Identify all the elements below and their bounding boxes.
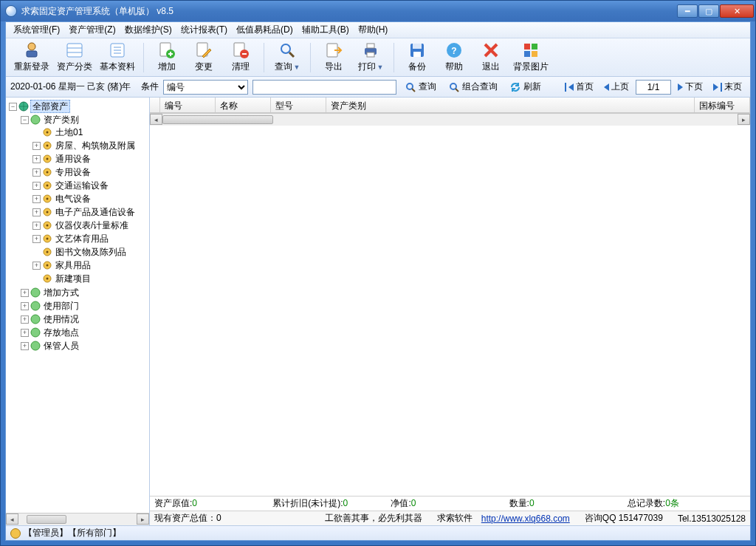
grid-scrollbar[interactable]: ◂ ▸: [150, 113, 750, 126]
first-page-button[interactable]: 首页: [561, 78, 597, 95]
expander-icon[interactable]: +: [21, 289, 29, 297]
tree-node[interactable]: 土地01: [54, 126, 84, 138]
menu-tools[interactable]: 辅助工具(B): [298, 22, 354, 38]
tree-node[interactable]: 家具用品: [54, 259, 92, 271]
menu-system[interactable]: 系统管理(F): [9, 22, 64, 38]
tree-node[interactable]: 存放地点: [42, 327, 80, 338]
scroll-left-icon[interactable]: ◂: [150, 114, 162, 125]
sum-total: 0条: [665, 498, 679, 508]
field-select[interactable]: 编号: [163, 80, 248, 95]
add-label: 增加: [158, 61, 176, 73]
titlebar[interactable]: 求索固定资产管理系统（单机版） v8.5 ━ ▢ ✕: [1, 1, 755, 21]
expander-icon[interactable]: −: [21, 116, 29, 124]
menu-report[interactable]: 统计报表(T): [176, 22, 232, 38]
relogin-label: 重新登录: [14, 61, 49, 73]
next-page-button[interactable]: 下页: [674, 78, 707, 95]
tree-node[interactable]: 使用情况: [42, 313, 80, 325]
col-name[interactable]: 名称: [216, 98, 271, 112]
tree-node[interactable]: 使用部门: [42, 300, 80, 312]
footer-url[interactable]: http://www.xlq668.com: [481, 513, 570, 524]
search-label: 查询: [419, 81, 436, 93]
refresh-button[interactable]: 刷新: [506, 78, 545, 95]
tree-node[interactable]: 增加方式: [42, 287, 80, 298]
expander-icon[interactable]: +: [21, 315, 29, 324]
tree-node[interactable]: 图书文物及陈列品: [54, 246, 128, 258]
gear-icon: [42, 233, 52, 244]
col-gbcode[interactable]: 国标编号: [695, 98, 750, 112]
gear-icon: [42, 140, 52, 151]
tree-node[interactable]: 新建项目: [54, 273, 92, 284]
expander-icon[interactable]: +: [21, 302, 29, 310]
menu-asset[interactable]: 资产管理(Z): [64, 22, 120, 38]
col-number[interactable]: 编号: [160, 98, 216, 112]
expander-icon[interactable]: −: [9, 103, 17, 111]
combo-search-button[interactable]: 组合查询: [444, 78, 501, 95]
dropdown-arrow-icon[interactable]: ▼: [377, 64, 384, 71]
expander-icon[interactable]: +: [32, 142, 41, 150]
help-button[interactable]: ? 帮助: [436, 40, 472, 75]
tree-node[interactable]: 电气设备: [54, 193, 92, 205]
col-model[interactable]: 型号: [271, 98, 326, 112]
search-input[interactable]: [252, 80, 396, 95]
tree[interactable]: − 全部资产 − 资产类别: [6, 98, 149, 513]
tree-node[interactable]: 仪器仪表/计量标准: [54, 219, 130, 231]
tree-node-root[interactable]: 全部资产: [30, 100, 70, 113]
clean-button[interactable]: 清理: [222, 40, 259, 75]
gear-icon: [42, 247, 52, 257]
sum-total-label: 总记录数:: [628, 498, 665, 508]
menu-lowvalue[interactable]: 低值易耗品(D): [232, 22, 298, 38]
baseinfo-button[interactable]: 基本资料: [96, 40, 139, 75]
tree-node[interactable]: 保管人员: [42, 340, 80, 352]
tree-node[interactable]: 交通运输设备: [54, 180, 110, 191]
maximize-button[interactable]: ▢: [698, 4, 719, 18]
sidebar-scrollbar[interactable]: ◂ ▸: [6, 513, 149, 525]
expander-icon[interactable]: +: [21, 329, 29, 337]
last-page-button[interactable]: 末页: [709, 78, 746, 95]
tree-node[interactable]: 专用设备: [54, 166, 92, 178]
minimize-button[interactable]: ━: [677, 4, 698, 18]
tree-node[interactable]: 文艺体育用品: [54, 233, 110, 245]
backup-button[interactable]: 备份: [399, 40, 436, 75]
expander-icon[interactable]: +: [32, 235, 41, 243]
tree-node[interactable]: 通用设备: [54, 153, 92, 165]
close-button[interactable]: ✕: [720, 4, 754, 18]
expander-icon[interactable]: +: [32, 222, 41, 230]
expander-icon[interactable]: +: [21, 342, 29, 350]
menubar: 系统管理(F) 资产管理(Z) 数据维护(S) 统计报表(T) 低值易耗品(D)…: [6, 22, 750, 38]
expander-icon[interactable]: +: [32, 208, 41, 216]
expander-icon[interactable]: +: [32, 155, 41, 163]
menu-help[interactable]: 帮助(H): [354, 22, 393, 38]
expander-icon[interactable]: +: [32, 168, 41, 177]
export-button[interactable]: 导出: [315, 40, 352, 75]
query-button[interactable]: 查询▼: [269, 40, 306, 75]
prev-page-button[interactable]: 上页: [600, 78, 633, 95]
relogin-button[interactable]: 重新登录: [10, 40, 53, 75]
tree-node[interactable]: 房屋、构筑物及附属: [54, 140, 137, 151]
scroll-right-icon[interactable]: ▸: [738, 114, 750, 125]
page-input[interactable]: [636, 80, 671, 95]
menu-data[interactable]: 数据维护(S): [120, 22, 176, 38]
category-button[interactable]: 资产分类: [53, 40, 96, 75]
tree-node[interactable]: 电子产品及通信设备: [54, 206, 137, 218]
data-grid[interactable]: 编号 名称 型号 资产类别 国标编号 ◂ ▸: [150, 98, 750, 496]
expander-icon[interactable]: +: [32, 195, 41, 203]
print-button[interactable]: 打印▼: [352, 40, 389, 75]
add-button[interactable]: 增加: [148, 40, 185, 75]
gear-icon: [42, 260, 52, 270]
col-category[interactable]: 资产类别: [326, 98, 695, 112]
search-button[interactable]: 查询: [401, 78, 440, 95]
scroll-right-icon[interactable]: ▸: [137, 513, 149, 525]
change-button[interactable]: 变更: [185, 40, 222, 75]
folder-icon: [30, 115, 41, 125]
bgimg-button[interactable]: 背景图片: [509, 40, 552, 75]
expander-icon[interactable]: +: [32, 262, 41, 270]
svg-line-15: [289, 52, 294, 57]
exit-button[interactable]: 退出: [472, 40, 509, 75]
expander-icon[interactable]: +: [32, 182, 41, 190]
scroll-left-icon[interactable]: ◂: [6, 513, 18, 525]
svg-rect-21: [413, 44, 422, 49]
scroll-thumb[interactable]: [162, 115, 273, 124]
dropdown-arrow-icon[interactable]: ▼: [294, 64, 300, 71]
scroll-thumb[interactable]: [27, 515, 66, 524]
tree-node-category[interactable]: 资产类别: [42, 114, 80, 126]
